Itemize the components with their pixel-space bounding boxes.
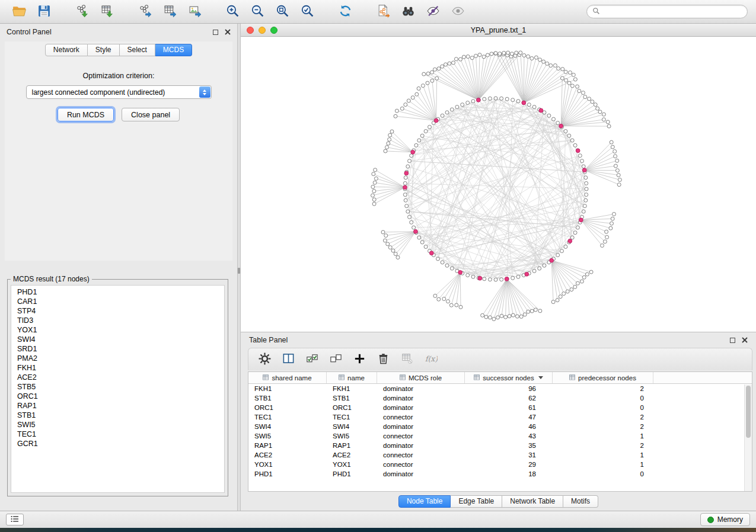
- tab-network-table[interactable]: Network Table: [502, 495, 563, 508]
- toolbar-group: [134, 2, 205, 21]
- window-zoom-button[interactable]: [270, 27, 277, 34]
- clone-network-button[interactable]: [372, 2, 394, 21]
- tab-style[interactable]: Style: [88, 44, 120, 56]
- delete-row-button[interactable]: [374, 351, 392, 368]
- table-row[interactable]: FKH1FKH1dominator962: [248, 384, 752, 393]
- column-type-icon: [474, 374, 480, 382]
- memory-status-dot: [707, 517, 714, 523]
- mcds-result-item[interactable]: ACE2: [11, 373, 224, 382]
- mcds-result-item[interactable]: STB1: [11, 411, 224, 420]
- table-tabs: Node TableEdge TableNetwork TableMotifs: [241, 495, 756, 508]
- table-cell: connector: [377, 451, 465, 459]
- mcds-result-item[interactable]: STP4: [11, 306, 224, 316]
- mcds-result-item[interactable]: TID3: [11, 316, 224, 325]
- float-control-panel-icon[interactable]: [213, 30, 218, 35]
- settings-button[interactable]: [256, 351, 273, 368]
- toolbar-group: [372, 2, 468, 21]
- table-cell: FKH1: [327, 385, 377, 392]
- node-table: shared namenameMCDS rolesuccessor nodesp…: [248, 371, 752, 492]
- close-table-panel-icon[interactable]: [742, 337, 748, 343]
- table-cell: dominator: [377, 423, 465, 430]
- table-row[interactable]: SWI4SWI4dominator462: [248, 422, 752, 431]
- mcds-result-item[interactable]: RAP1: [11, 401, 224, 411]
- table-row[interactable]: TEC1TEC1connector472: [248, 412, 752, 422]
- eye-slash-button[interactable]: [422, 2, 444, 21]
- table-row[interactable]: YOX1YOX1connector291: [248, 460, 752, 469]
- mcds-result-item[interactable]: PMA2: [11, 354, 224, 363]
- scrollbar-thumb[interactable]: [746, 386, 751, 438]
- refresh-button[interactable]: [334, 2, 356, 21]
- zoom-out-button[interactable]: [247, 2, 268, 21]
- open-folder-button[interactable]: [8, 2, 30, 21]
- column-header-MCDS-role[interactable]: MCDS role: [377, 372, 465, 383]
- tab-motifs[interactable]: Motifs: [563, 495, 598, 508]
- column-header-filler: [653, 372, 752, 383]
- mcds-result-item[interactable]: SRD1: [11, 344, 224, 354]
- fx-button[interactable]: f(x): [422, 351, 439, 368]
- mcds-result-item[interactable]: TEC1: [11, 430, 224, 439]
- tab-select[interactable]: Select: [120, 44, 155, 56]
- show-column-icon: [282, 352, 295, 367]
- table-cell: 2: [553, 385, 653, 392]
- optimization-criterion-select[interactable]: largest connected component (undirected): [26, 85, 212, 99]
- search-box[interactable]: [586, 5, 748, 18]
- import-network-button[interactable]: [71, 2, 92, 21]
- memory-button[interactable]: Memory: [700, 513, 750, 526]
- mcds-result-item[interactable]: GCR1: [11, 439, 224, 448]
- window-close-button[interactable]: [247, 27, 254, 34]
- mcds-result-item[interactable]: PHD1: [11, 287, 224, 297]
- panel-selector-button[interactable]: [6, 514, 24, 525]
- add-row-button[interactable]: [350, 351, 368, 368]
- zoom-fit-button[interactable]: [272, 2, 293, 21]
- window-minimize-button[interactable]: [259, 27, 266, 34]
- mcds-result-item[interactable]: CAR1: [11, 297, 224, 306]
- import-table-button[interactable]: [96, 2, 117, 21]
- mcds-result-item[interactable]: YOX1: [11, 325, 224, 335]
- eye-button[interactable]: [447, 2, 468, 21]
- selected-criterion-value: largest connected component (undirected): [27, 88, 199, 97]
- mcds-result-item[interactable]: ORC1: [11, 392, 224, 401]
- table-row[interactable]: ORC1ORC1dominator610: [248, 403, 752, 412]
- zoom-in-button[interactable]: [222, 2, 243, 21]
- deselect-all-button[interactable]: [327, 351, 344, 368]
- show-column-button[interactable]: [279, 351, 297, 368]
- column-header-shared-name[interactable]: shared name: [248, 372, 327, 383]
- column-header-successor-nodes[interactable]: successor nodes: [465, 372, 553, 383]
- tab-mcds[interactable]: MCDS: [155, 44, 192, 56]
- import-disabled-button[interactable]: [398, 351, 416, 368]
- binoculars-button[interactable]: [397, 2, 419, 21]
- table-cell: 29: [465, 461, 553, 468]
- search-input[interactable]: [603, 7, 742, 17]
- mcds-result-item[interactable]: FKH1: [11, 363, 224, 373]
- tab-edge-table[interactable]: Edge Table: [451, 495, 502, 508]
- table-row[interactable]: SWI5SWI5connector431: [248, 431, 752, 441]
- export-table-button[interactable]: [159, 2, 180, 21]
- close-control-panel-icon[interactable]: [225, 29, 231, 35]
- splitter-handle-icon[interactable]: [238, 268, 240, 274]
- table-scrollbar[interactable]: [744, 384, 752, 491]
- add-row-icon: [353, 352, 366, 367]
- deselect-all-icon: [329, 352, 343, 367]
- table-row[interactable]: RAP1RAP1dominator352: [248, 441, 752, 450]
- zoom-selected-button[interactable]: [296, 2, 318, 21]
- table-row[interactable]: PHD1PHD1dominator180: [248, 469, 752, 479]
- import-network-icon: [75, 4, 90, 20]
- float-table-panel-icon[interactable]: [730, 338, 735, 343]
- run-mcds-button[interactable]: Run MCDS: [58, 108, 114, 121]
- export-image-button[interactable]: [184, 2, 205, 21]
- mcds-result-item[interactable]: STB5: [11, 382, 224, 392]
- export-network-button[interactable]: [134, 2, 155, 21]
- tab-network[interactable]: Network: [45, 44, 88, 56]
- close-panel-button[interactable]: Close panel: [122, 108, 180, 121]
- mcds-result-item[interactable]: SWI5: [11, 420, 224, 430]
- network-canvas[interactable]: [241, 37, 756, 332]
- network-window-titlebar[interactable]: YPA_prune.txt_1: [241, 24, 756, 37]
- table-row[interactable]: STB1STB1dominator620: [248, 393, 752, 403]
- column-header-name[interactable]: name: [327, 372, 377, 383]
- mcds-result-item[interactable]: SWI4: [11, 335, 224, 344]
- select-all-button[interactable]: [303, 351, 321, 368]
- tab-node-table[interactable]: Node Table: [398, 495, 451, 508]
- save-button[interactable]: [33, 2, 55, 21]
- column-header-predecessor-nodes[interactable]: predecessor nodes: [553, 372, 653, 383]
- table-row[interactable]: ACE2ACE2connector311: [248, 450, 752, 460]
